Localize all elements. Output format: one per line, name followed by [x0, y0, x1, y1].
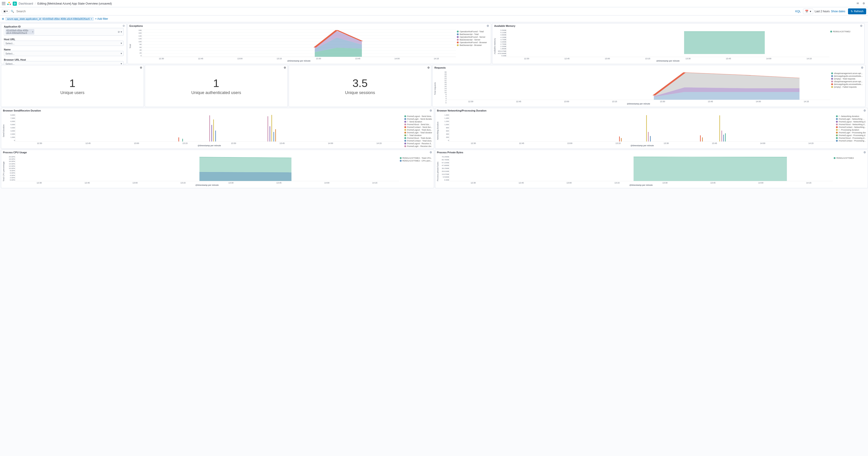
legend-item[interactable]: RD501AC57709E2 — [834, 157, 866, 159]
exceptions-chart[interactable]: 180160140120100806040200 — [142, 29, 456, 57]
legend-item[interactable]: /Home/Contact - Processing ... — [836, 139, 866, 142]
add-filter-button[interactable]: + Add filter — [95, 17, 108, 21]
legend-item[interactable]: /Home/Contact - Networking... — [836, 126, 866, 129]
newsfeed-icon[interactable]: ✉ — [857, 2, 860, 5]
legend-item[interactable]: /Home/Logout - Processing d... — [836, 134, 866, 137]
legend-item[interactable]: /Home/Logout - Total dura... — [404, 129, 432, 131]
legend-item[interactable]: /Home/Login - Send duration — [404, 118, 432, 120]
legend-item[interactable]: OperationNotFound - Browser — [457, 41, 489, 44]
application-id-select[interactable]: 42cb59a9-d5be-400b-a5c4-69b0a0026ac6× ⊘▾ — [4, 28, 124, 36]
nav-menu-icon[interactable] — [2, 2, 5, 5]
legend-item[interactable]: /Home/Logout - Networking d... — [836, 120, 866, 123]
legend-item[interactable]: / - Processing duration — [836, 129, 866, 131]
bar[interactable] — [700, 135, 701, 141]
bar[interactable] — [271, 115, 272, 141]
panel-gear-icon[interactable]: ⚙ — [430, 109, 432, 112]
private-bytes-chart[interactable]: 76.29MB66.76MB57.22MB47.68MB38.15MB28.61… — [450, 156, 833, 181]
filter-pill[interactable]: azure.app_state.application_id: 42cb59a9… — [5, 17, 94, 21]
panel-gear-icon[interactable]: ⚙ — [430, 151, 432, 154]
legend-item[interactable]: BadJavascript - Server — [457, 38, 489, 41]
bar[interactable] — [721, 131, 722, 141]
panel-gear-icon[interactable]: ⚙ — [864, 109, 866, 112]
panel-gear-icon[interactable]: ⚙ — [140, 66, 142, 69]
legend-item[interactable]: BadJavascript - Browser — [457, 44, 489, 46]
bar[interactable] — [725, 133, 726, 141]
legend-item[interactable]: /Home/About - Total durati... — [404, 137, 432, 139]
bar[interactable] — [621, 138, 622, 141]
bar[interactable] — [182, 139, 183, 141]
bar[interactable] — [268, 116, 268, 141]
app-badge-icon[interactable]: D — [13, 2, 17, 6]
clear-icon[interactable]: ⊘ — [118, 30, 120, 33]
panel-gear-icon[interactable]: ⚙ — [864, 151, 866, 154]
memory-chart[interactable]: 5.590B5.120B4.660B4.190B3.730B3.260B2.79… — [506, 29, 829, 57]
legend-item[interactable]: /Home/About - Networking d... — [836, 123, 866, 126]
legend-item[interactable]: RD501AC57709E2 - Total CPU... — [400, 157, 432, 159]
legend-item[interactable]: / - Send duration — [404, 120, 432, 123]
legend-item[interactable]: RD501AC57709E2 — [830, 30, 863, 33]
change-all-filters-icon[interactable]: ⊕ — [2, 17, 4, 21]
bar[interactable] — [178, 137, 179, 141]
legend-item[interactable]: /Home/Logout - Receive d... — [404, 142, 432, 145]
legend-item[interactable]: OperationNotFound - Total — [457, 30, 489, 33]
legend-item[interactable]: OperationNotFound - Server — [457, 36, 489, 38]
legend-item[interactable]: obsapimanagement.azure-api... — [831, 80, 864, 83]
kql-toggle[interactable]: KQL — [795, 10, 801, 13]
legend-item[interactable]: RD501AC57709E2 - CPU perc... — [400, 159, 432, 162]
bar[interactable] — [213, 120, 214, 141]
bar[interactable] — [211, 125, 212, 141]
filter-toggle-button[interactable]: ▣ ▾ — [2, 9, 9, 13]
panel-gear-icon[interactable]: ⚙ — [284, 66, 286, 69]
bar[interactable] — [646, 115, 647, 141]
legend-item[interactable]: (empty) - Failed requests — [831, 86, 864, 88]
remove-filter-icon[interactable]: × — [91, 18, 92, 20]
bar[interactable] — [619, 136, 620, 141]
legend-item[interactable]: /Home/Contact - Total dura... — [404, 139, 432, 142]
settings-gear-icon[interactable]: ⚙ — [863, 2, 866, 5]
browser-send-chart[interactable]: 8,0007,0006,0005,0004,0003,0002,0001,000… — [15, 114, 403, 142]
legend-item[interactable]: /Home/Logout - Send dura... — [404, 115, 432, 118]
legend-item[interactable]: / - Networking duration — [836, 115, 866, 118]
name-select[interactable]: Select...▾ — [4, 51, 124, 56]
date-range-label[interactable]: Last 2 hours — [814, 10, 830, 13]
panel-gear-icon[interactable]: ⚙ — [123, 24, 125, 28]
legend-item[interactable]: /Home/Login - Processing dur... — [836, 131, 866, 134]
breadcrumb-dashboard[interactable]: Dashboard — [19, 2, 33, 5]
legend-item[interactable]: / - Total duration — [404, 134, 432, 137]
legend-item[interactable]: /Home/Login - Networking ... — [836, 118, 866, 120]
legend-item[interactable]: demoapplogobs.azurewebsite... — [831, 83, 864, 86]
bar[interactable] — [270, 126, 270, 141]
bar[interactable] — [273, 132, 274, 141]
date-picker-button[interactable]: 📅 ▾ — [803, 9, 813, 14]
legend-item[interactable]: /Home/Contact - Send dur... — [404, 126, 432, 129]
refresh-button[interactable]: ↻ Refresh — [848, 8, 866, 14]
legend-swatch-icon — [457, 31, 459, 32]
host-url-select[interactable]: Select...▾ — [4, 41, 124, 46]
tag-remove-icon[interactable]: × — [32, 31, 33, 33]
panel-gear-icon[interactable]: ⚙ — [427, 66, 430, 69]
bar[interactable] — [650, 136, 651, 141]
legend-item[interactable]: obsapimanagement.azure-api... — [831, 72, 864, 75]
bar[interactable] — [275, 129, 276, 141]
bar[interactable] — [209, 116, 210, 141]
legend-item[interactable]: /Home/About - Processing d... — [836, 137, 866, 139]
legend-item[interactable]: BadJavascript - Total — [457, 33, 489, 36]
bar[interactable] — [702, 137, 703, 141]
legend-item[interactable]: (empty) - Total requests — [831, 77, 864, 80]
cpu-chart[interactable]: 20.00%18.00%16.00%14.00%12.00%10.00%8.00… — [15, 156, 399, 181]
panel-gear-icon[interactable]: ⚙ — [861, 66, 864, 69]
browser-net-chart[interactable]: 1,6001,4001,2001,0008006004002000 — [450, 114, 835, 142]
bar[interactable] — [719, 116, 720, 141]
panel-gear-icon[interactable]: ⚙ — [860, 24, 863, 28]
requests-chart[interactable]: 302826242220181614121086420 — [446, 71, 830, 100]
bar[interactable] — [648, 132, 649, 141]
legend-item[interactable]: demoapplogobs.azurewebsite... — [831, 75, 864, 77]
panel-gear-icon[interactable]: ⚙ — [487, 24, 489, 28]
legend-item[interactable]: /Home/Login - Total duration — [404, 131, 432, 134]
bar[interactable] — [723, 135, 724, 141]
legend-item[interactable]: /Home/Login - Receive dur... — [404, 145, 432, 148]
show-dates-link[interactable]: Show dates — [831, 10, 845, 13]
search-input[interactable] — [16, 9, 794, 14]
legend-item[interactable]: /Home/About - Send dur... — [404, 123, 432, 126]
bar[interactable] — [215, 131, 216, 141]
